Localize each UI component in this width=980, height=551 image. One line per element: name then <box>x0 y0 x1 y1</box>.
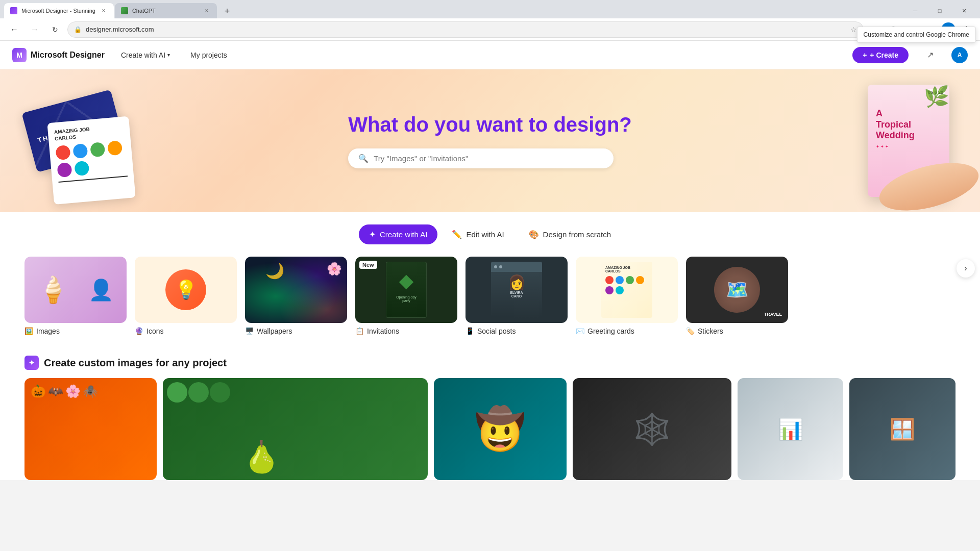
reload-button[interactable]: ↻ <box>47 21 63 38</box>
category-invitations[interactable]: New Opening dayparty 📋 Invitations <box>355 257 457 335</box>
custom-section-title-text: Create custom images for any project <box>44 357 227 369</box>
stickers-icon: 🏷️ <box>686 327 695 335</box>
category-stickers[interactable]: 🗺️ TRAVEL 🏷️ Stickers <box>686 257 788 335</box>
hero-title: What do you want to design? <box>348 113 632 136</box>
custom-image-spiderweb[interactable]: 🕸️ <box>573 378 731 480</box>
tab-favicon-1 <box>10 7 17 14</box>
nav-create-ai-label: Create with AI <box>121 51 165 59</box>
invitations-label-text: Invitations <box>367 327 399 335</box>
light-content: 📊 <box>738 378 844 480</box>
person-element: 👤 <box>88 278 114 302</box>
circle-1 <box>55 145 70 160</box>
lock-icon: 🔒 <box>74 26 82 33</box>
greeting-label: ✉️ Greeting cards <box>576 327 678 335</box>
nav-create-ai-chevron: ▾ <box>167 52 170 58</box>
wallpapers-thumb: 🌙 🌸 <box>245 257 347 323</box>
next-arrow[interactable]: › <box>957 259 975 278</box>
social-dot-1 <box>494 265 497 268</box>
browser-tab-2[interactable]: ChatGPT × <box>115 3 217 18</box>
food-circle-1 <box>167 382 187 403</box>
create-button[interactable]: + + Create <box>852 47 909 63</box>
wallpaper-bloom: 🌸 <box>327 262 342 276</box>
category-images[interactable]: 🍦 👤 🖼️ Images <box>24 257 127 335</box>
app-navbar: M Microsoft Designer Create with AI ▾ My… <box>0 41 980 69</box>
stickers-label: 🏷️ Stickers <box>686 327 788 335</box>
nav-my-projects[interactable]: My projects <box>186 48 231 62</box>
create-with-ai-tab[interactable]: ✦ Create with AI <box>359 224 437 244</box>
category-grid: 🍦 👤 🖼️ Images 💡 🔮 Icon <box>24 257 955 335</box>
sombrero-content: 🤠 <box>434 378 566 480</box>
address-bar[interactable]: 🔒 designer.microsoft.com ☆ <box>67 21 864 38</box>
g-dot-5 <box>605 286 614 294</box>
chrome-tooltip: Customize and control Google Chrome <box>857 27 976 43</box>
g-dot-3 <box>626 276 634 284</box>
nav-create-ai[interactable]: Create with AI ▾ <box>117 48 174 62</box>
custom-image-sombrero[interactable]: 🤠 <box>434 378 566 480</box>
social-label-text: Social posts <box>477 327 516 335</box>
stickers-thumb: 🗺️ TRAVEL <box>686 257 788 323</box>
social-card: 👩 ELVIRACANO <box>491 262 542 318</box>
food-circle-3 <box>210 382 230 403</box>
category-wallpapers[interactable]: 🌙 🌸 🖥️ Wallpapers <box>245 257 347 335</box>
maximize-button[interactable]: □ <box>928 3 951 18</box>
icons-thumb: 💡 <box>135 257 237 323</box>
tab-favicon-2 <box>121 7 128 14</box>
invitations-icon: 📋 <box>355 327 364 335</box>
circle-4 <box>107 140 122 156</box>
hero-center: What do you want to design? 🔍 <box>348 113 632 168</box>
sticker-preview: 🗺️ <box>714 267 760 313</box>
social-top-bar <box>491 262 542 272</box>
share-icon-btn[interactable]: ↗ <box>921 46 939 64</box>
edit-with-ai-tab[interactable]: ✏️ Edit with AI <box>442 224 514 244</box>
card2-circles <box>55 140 127 178</box>
tab-close-2[interactable]: × <box>203 7 211 15</box>
tab-title-2: ChatGPT <box>132 8 199 14</box>
address-text: designer.microsoft.com <box>86 26 154 33</box>
new-tab-button[interactable]: + <box>220 4 234 18</box>
custom-image-food[interactable]: 🍐 <box>163 378 428 480</box>
amazing-divider <box>58 176 128 183</box>
social-elvira: ELVIRACANO <box>491 291 542 298</box>
spiderweb-content: 🕸️ <box>573 378 731 480</box>
invitation-card: Opening dayparty <box>386 262 427 318</box>
ice-cream-element: 🍦 <box>37 275 69 305</box>
custom-image-window[interactable]: 🪟 <box>849 378 955 480</box>
inv-diamond <box>399 275 413 289</box>
hero-search-input[interactable] <box>374 154 603 163</box>
sticker-travel-text: TRAVEL <box>764 312 782 317</box>
greeting-thumb: AMAZING JOBCARLOS <box>576 257 678 323</box>
halloween-overlay <box>24 378 157 480</box>
category-icons[interactable]: 💡 🔮 Icons <box>135 257 237 335</box>
icons-label-text: Icons <box>146 327 163 335</box>
circle-3 <box>90 142 105 157</box>
invitations-label: 📋 Invitations <box>355 327 457 335</box>
edit-ai-tab-icon: ✏️ <box>452 230 462 239</box>
invitations-thumb: New Opening dayparty <box>355 257 457 323</box>
design-tab-icon: 🎨 <box>529 230 539 239</box>
forward-button[interactable]: → <box>27 21 43 38</box>
custom-image-light[interactable]: 📊 <box>738 378 844 480</box>
category-social[interactable]: 👩 ELVIRACANO 📱 Social posts <box>465 257 568 335</box>
user-avatar[interactable]: A <box>951 47 968 63</box>
design-from-scratch-tab[interactable]: 🎨 Design from scratch <box>519 224 621 244</box>
custom-image-halloween[interactable]: 🎃 🦇 🌸 🕷️ <box>24 378 157 480</box>
food-emoji: 🍐 <box>242 439 281 475</box>
minimize-button[interactable]: ─ <box>903 3 927 18</box>
new-badge: New <box>359 261 377 269</box>
inv-title: Opening dayparty <box>396 295 416 303</box>
app-logo[interactable]: M Microsoft Designer <box>12 48 105 62</box>
back-button[interactable]: ← <box>6 21 22 38</box>
hero-deco-left: THINKING OF YOU AMAZING JOBCARLOS <box>31 110 122 171</box>
close-button[interactable]: × <box>952 3 976 18</box>
custom-grid: 🎃 🦇 🌸 🕷️ 🍐 🤠 🕸 <box>24 378 955 480</box>
tab-close-1[interactable]: × <box>100 7 108 15</box>
greeting-icon: ✉️ <box>576 327 584 335</box>
custom-section-icon: ✦ <box>24 356 39 370</box>
circle-5 <box>57 162 72 178</box>
category-greeting[interactable]: AMAZING JOBCARLOS ✉️ Greeting cards <box>576 257 678 335</box>
search-icon: 🔍 <box>358 154 369 163</box>
browser-tab-1[interactable]: Microsoft Designer - Stunning × <box>4 3 114 18</box>
hero-search-bar[interactable]: 🔍 <box>348 148 614 168</box>
g-dot-2 <box>616 276 624 284</box>
wallpaper-moon: 🌙 <box>265 262 284 280</box>
